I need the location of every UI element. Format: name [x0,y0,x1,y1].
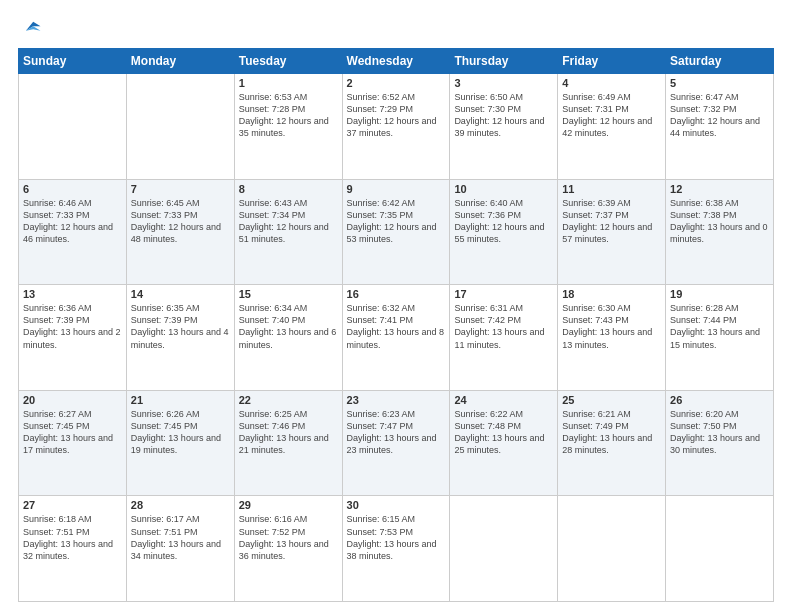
day-number: 8 [239,183,338,195]
day-info: Sunrise: 6:34 AM Sunset: 7:40 PM Dayligh… [239,302,338,351]
calendar-cell: 25Sunrise: 6:21 AM Sunset: 7:49 PM Dayli… [558,390,666,496]
calendar-week-5: 27Sunrise: 6:18 AM Sunset: 7:51 PM Dayli… [19,496,774,602]
calendar-table: Sunday Monday Tuesday Wednesday Thursday… [18,48,774,602]
calendar-cell: 29Sunrise: 6:16 AM Sunset: 7:52 PM Dayli… [234,496,342,602]
calendar-cell: 12Sunrise: 6:38 AM Sunset: 7:38 PM Dayli… [666,179,774,285]
calendar-week-3: 13Sunrise: 6:36 AM Sunset: 7:39 PM Dayli… [19,285,774,391]
day-number: 21 [131,394,230,406]
day-info: Sunrise: 6:39 AM Sunset: 7:37 PM Dayligh… [562,197,661,246]
day-info: Sunrise: 6:17 AM Sunset: 7:51 PM Dayligh… [131,513,230,562]
day-info: Sunrise: 6:42 AM Sunset: 7:35 PM Dayligh… [347,197,446,246]
day-info: Sunrise: 6:23 AM Sunset: 7:47 PM Dayligh… [347,408,446,457]
day-number: 10 [454,183,553,195]
calendar-cell [666,496,774,602]
day-info: Sunrise: 6:22 AM Sunset: 7:48 PM Dayligh… [454,408,553,457]
header-sunday: Sunday [19,49,127,74]
calendar-week-1: 1Sunrise: 6:53 AM Sunset: 7:28 PM Daylig… [19,74,774,180]
calendar-cell [126,74,234,180]
calendar-cell: 20Sunrise: 6:27 AM Sunset: 7:45 PM Dayli… [19,390,127,496]
header-saturday: Saturday [666,49,774,74]
day-number: 1 [239,77,338,89]
header-tuesday: Tuesday [234,49,342,74]
calendar-cell: 1Sunrise: 6:53 AM Sunset: 7:28 PM Daylig… [234,74,342,180]
day-info: Sunrise: 6:32 AM Sunset: 7:41 PM Dayligh… [347,302,446,351]
day-number: 25 [562,394,661,406]
day-info: Sunrise: 6:38 AM Sunset: 7:38 PM Dayligh… [670,197,769,246]
day-number: 5 [670,77,769,89]
day-info: Sunrise: 6:18 AM Sunset: 7:51 PM Dayligh… [23,513,122,562]
calendar-cell: 15Sunrise: 6:34 AM Sunset: 7:40 PM Dayli… [234,285,342,391]
day-info: Sunrise: 6:16 AM Sunset: 7:52 PM Dayligh… [239,513,338,562]
day-info: Sunrise: 6:52 AM Sunset: 7:29 PM Dayligh… [347,91,446,140]
calendar-cell [19,74,127,180]
day-number: 9 [347,183,446,195]
day-info: Sunrise: 6:30 AM Sunset: 7:43 PM Dayligh… [562,302,661,351]
day-number: 18 [562,288,661,300]
calendar-cell: 28Sunrise: 6:17 AM Sunset: 7:51 PM Dayli… [126,496,234,602]
calendar-cell: 2Sunrise: 6:52 AM Sunset: 7:29 PM Daylig… [342,74,450,180]
day-number: 26 [670,394,769,406]
calendar-cell [558,496,666,602]
calendar-cell: 11Sunrise: 6:39 AM Sunset: 7:37 PM Dayli… [558,179,666,285]
day-info: Sunrise: 6:21 AM Sunset: 7:49 PM Dayligh… [562,408,661,457]
calendar-cell: 6Sunrise: 6:46 AM Sunset: 7:33 PM Daylig… [19,179,127,285]
calendar-cell: 30Sunrise: 6:15 AM Sunset: 7:53 PM Dayli… [342,496,450,602]
calendar-cell: 24Sunrise: 6:22 AM Sunset: 7:48 PM Dayli… [450,390,558,496]
calendar-cell: 23Sunrise: 6:23 AM Sunset: 7:47 PM Dayli… [342,390,450,496]
day-number: 12 [670,183,769,195]
day-number: 16 [347,288,446,300]
day-number: 14 [131,288,230,300]
day-number: 17 [454,288,553,300]
day-info: Sunrise: 6:25 AM Sunset: 7:46 PM Dayligh… [239,408,338,457]
calendar-cell: 8Sunrise: 6:43 AM Sunset: 7:34 PM Daylig… [234,179,342,285]
calendar-cell: 16Sunrise: 6:32 AM Sunset: 7:41 PM Dayli… [342,285,450,391]
day-info: Sunrise: 6:46 AM Sunset: 7:33 PM Dayligh… [23,197,122,246]
header-wednesday: Wednesday [342,49,450,74]
day-info: Sunrise: 6:53 AM Sunset: 7:28 PM Dayligh… [239,91,338,140]
calendar-cell: 22Sunrise: 6:25 AM Sunset: 7:46 PM Dayli… [234,390,342,496]
calendar-cell: 26Sunrise: 6:20 AM Sunset: 7:50 PM Dayli… [666,390,774,496]
calendar-cell: 27Sunrise: 6:18 AM Sunset: 7:51 PM Dayli… [19,496,127,602]
day-info: Sunrise: 6:50 AM Sunset: 7:30 PM Dayligh… [454,91,553,140]
calendar-cell: 17Sunrise: 6:31 AM Sunset: 7:42 PM Dayli… [450,285,558,391]
day-number: 22 [239,394,338,406]
day-number: 15 [239,288,338,300]
logo [18,18,42,38]
header [18,18,774,38]
day-info: Sunrise: 6:43 AM Sunset: 7:34 PM Dayligh… [239,197,338,246]
day-number: 20 [23,394,122,406]
day-info: Sunrise: 6:15 AM Sunset: 7:53 PM Dayligh… [347,513,446,562]
calendar-cell: 9Sunrise: 6:42 AM Sunset: 7:35 PM Daylig… [342,179,450,285]
calendar-cell: 14Sunrise: 6:35 AM Sunset: 7:39 PM Dayli… [126,285,234,391]
calendar-cell: 18Sunrise: 6:30 AM Sunset: 7:43 PM Dayli… [558,285,666,391]
day-info: Sunrise: 6:47 AM Sunset: 7:32 PM Dayligh… [670,91,769,140]
day-number: 13 [23,288,122,300]
header-monday: Monday [126,49,234,74]
day-info: Sunrise: 6:28 AM Sunset: 7:44 PM Dayligh… [670,302,769,351]
day-number: 6 [23,183,122,195]
page: Sunday Monday Tuesday Wednesday Thursday… [0,0,792,612]
logo-bird-icon [20,16,42,38]
day-info: Sunrise: 6:27 AM Sunset: 7:45 PM Dayligh… [23,408,122,457]
weekday-header-row: Sunday Monday Tuesday Wednesday Thursday… [19,49,774,74]
calendar-cell: 3Sunrise: 6:50 AM Sunset: 7:30 PM Daylig… [450,74,558,180]
day-info: Sunrise: 6:45 AM Sunset: 7:33 PM Dayligh… [131,197,230,246]
day-info: Sunrise: 6:20 AM Sunset: 7:50 PM Dayligh… [670,408,769,457]
calendar-cell [450,496,558,602]
day-number: 2 [347,77,446,89]
day-number: 23 [347,394,446,406]
calendar-cell: 13Sunrise: 6:36 AM Sunset: 7:39 PM Dayli… [19,285,127,391]
calendar-cell: 7Sunrise: 6:45 AM Sunset: 7:33 PM Daylig… [126,179,234,285]
calendar-week-2: 6Sunrise: 6:46 AM Sunset: 7:33 PM Daylig… [19,179,774,285]
day-info: Sunrise: 6:40 AM Sunset: 7:36 PM Dayligh… [454,197,553,246]
day-number: 3 [454,77,553,89]
calendar-cell: 10Sunrise: 6:40 AM Sunset: 7:36 PM Dayli… [450,179,558,285]
day-info: Sunrise: 6:31 AM Sunset: 7:42 PM Dayligh… [454,302,553,351]
day-number: 11 [562,183,661,195]
calendar-week-4: 20Sunrise: 6:27 AM Sunset: 7:45 PM Dayli… [19,390,774,496]
day-number: 7 [131,183,230,195]
day-number: 28 [131,499,230,511]
day-info: Sunrise: 6:35 AM Sunset: 7:39 PM Dayligh… [131,302,230,351]
calendar-cell: 19Sunrise: 6:28 AM Sunset: 7:44 PM Dayli… [666,285,774,391]
day-info: Sunrise: 6:49 AM Sunset: 7:31 PM Dayligh… [562,91,661,140]
